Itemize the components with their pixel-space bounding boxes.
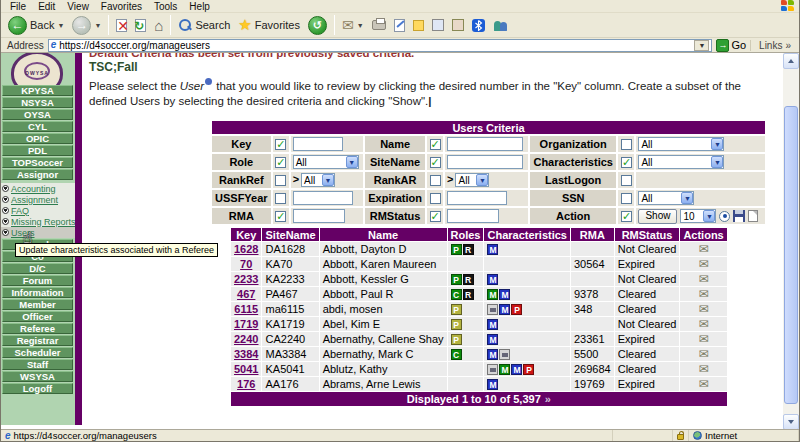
sidebar-link-accounting[interactable]: Accounting [1,183,81,194]
checkbox-name[interactable] [430,139,441,150]
sidebar-link-missing-reports[interactable]: Missing Reports [1,216,81,227]
sidebar-link-faq[interactable]: FAQ [1,205,81,216]
sidebar-item-opic[interactable]: OPIC [2,133,73,144]
checkbox-rankar[interactable] [430,175,441,186]
next-pages-icon[interactable]: » [545,393,551,405]
vertical-scrollbar[interactable] [783,53,799,430]
search-button[interactable]: Search [174,14,234,36]
refresh-button[interactable]: ↻ [131,14,150,36]
mail-dropdown-icon[interactable]: ▼ [357,22,364,29]
sidebar-item-d-c[interactable]: D/C [2,263,73,274]
sidebar-item-kpysa[interactable]: KPYSA [2,85,73,96]
show-button[interactable]: Show [638,209,677,224]
sidebar-item-logoff[interactable]: Logoff [2,383,73,394]
sidebar-item-wsysa[interactable]: WSYSA [2,371,73,382]
sidebar-item-topsoccer[interactable]: TOPSoccer [2,157,73,168]
page-size-select[interactable]: 10▼ [680,209,716,223]
checkbox-key[interactable] [275,139,286,150]
history-button[interactable]: ↺ [304,14,331,36]
sidebar-item-pdl[interactable]: PDL [2,145,73,156]
user-help-icon[interactable] [205,78,212,85]
menu-favorites[interactable]: Favorites [96,1,147,12]
checkbox-characteristics[interactable] [621,157,632,168]
sidebar-item-forum[interactable]: Forum [2,275,73,286]
checkbox-ussfyear[interactable] [275,193,286,204]
send-email-icon[interactable]: ✉ [699,287,709,301]
print-button[interactable] [368,14,390,36]
chevron-down-icon[interactable]: ▼ [681,192,693,204]
select-ssn[interactable]: All▼ [638,191,694,205]
select-rankar[interactable]: All▼ [455,173,489,187]
checkbox-sitename[interactable] [430,157,441,168]
address-dropdown-button[interactable]: ▼ [694,40,709,51]
export-page-icon[interactable] [748,210,758,222]
checkbox-lastlogon[interactable] [621,175,632,186]
input-rma[interactable] [293,209,345,223]
favorites-button[interactable]: ★ Favorites [234,14,304,36]
menu-edit[interactable]: Edit [33,1,60,12]
sidebar-item-member[interactable]: Member [2,299,73,310]
key-link[interactable]: 1628 [234,243,258,255]
scroll-thumb[interactable] [784,106,798,404]
input-name[interactable] [447,137,523,151]
checkbox-rma[interactable] [275,211,286,222]
send-email-icon[interactable]: ✉ [699,302,709,316]
menu-file[interactable]: File [5,1,31,12]
send-email-icon[interactable]: ✉ [699,272,709,286]
select-organization[interactable]: All▼ [638,137,724,151]
forward-dropdown-icon[interactable]: ▼ [94,22,101,29]
discuss-button[interactable] [409,14,428,36]
checkbox-action[interactable] [621,211,632,222]
sidebar-item-scheduler[interactable]: Scheduler [2,347,73,358]
stop-button[interactable]: ✕ [112,14,131,36]
edit-button[interactable] [390,14,409,36]
send-email-icon[interactable]: ✉ [699,242,709,256]
sidebar-item-referee[interactable]: Referee [2,323,73,334]
sidebar-item-cyl[interactable]: CYL [2,121,73,132]
mail-button[interactable]: ✉▼ [338,14,368,36]
chevron-down-icon[interactable]: ▼ [346,156,358,168]
send-email-icon[interactable]: ✉ [699,347,709,361]
back-button[interactable]: ← Back ▼ [4,14,68,36]
sidebar-item-staff[interactable]: Staff [2,359,73,370]
input-sitename[interactable] [447,155,523,169]
sidebar-item-information[interactable]: Information [2,287,73,298]
input-rmstatus[interactable] [447,209,499,223]
select-characteristics[interactable]: All▼ [638,155,724,169]
chevron-down-icon[interactable]: ▼ [711,156,723,168]
menu-help[interactable]: Help [184,1,215,12]
input-ussfyear[interactable] [293,191,353,205]
sidebar-link-assignment[interactable]: Assignment [1,194,81,205]
sidebar-item-assignor[interactable]: Assignor [2,169,73,180]
messenger-button[interactable] [489,14,512,36]
addon-button[interactable] [448,14,468,36]
select-role[interactable]: All▼ [293,155,359,169]
checkbox-expiration[interactable] [430,193,441,204]
key-link[interactable]: 6115 [234,303,258,315]
home-button[interactable]: ⌂ [150,14,167,36]
key-link[interactable]: 2240 [234,333,258,345]
scroll-down-button[interactable] [783,414,799,430]
menu-tools[interactable]: Tools [149,1,182,12]
address-input[interactable]: e https://d4soccer.org/manageusers ▼ [48,39,713,52]
back-dropdown-icon[interactable]: ▼ [57,22,64,29]
chevron-down-icon[interactable]: ▼ [322,174,334,186]
bluetooth-button[interactable] [468,14,489,36]
send-email-icon[interactable]: ✉ [699,257,709,271]
key-link[interactable]: 1719 [234,318,258,330]
key-link[interactable]: 176 [237,378,255,390]
sidebar-item-registrar[interactable]: Registrar [2,335,73,346]
sidebar-item-officer[interactable]: Officer [2,311,73,322]
scroll-up-button[interactable] [783,53,799,69]
key-link[interactable]: 70 [240,258,252,270]
save-criteria-icon[interactable] [733,210,745,222]
forward-button[interactable]: → ▼ [68,14,105,36]
input-key[interactable] [293,137,343,151]
checkbox-rmstatus[interactable] [430,211,441,222]
checkbox-ssn[interactable] [621,193,632,204]
key-link[interactable]: 3384 [234,348,258,360]
go-button[interactable]: → Go [712,39,750,52]
input-expiration[interactable] [447,191,507,205]
menu-view[interactable]: View [62,1,94,12]
select-rankref[interactable]: All▼ [301,173,335,187]
